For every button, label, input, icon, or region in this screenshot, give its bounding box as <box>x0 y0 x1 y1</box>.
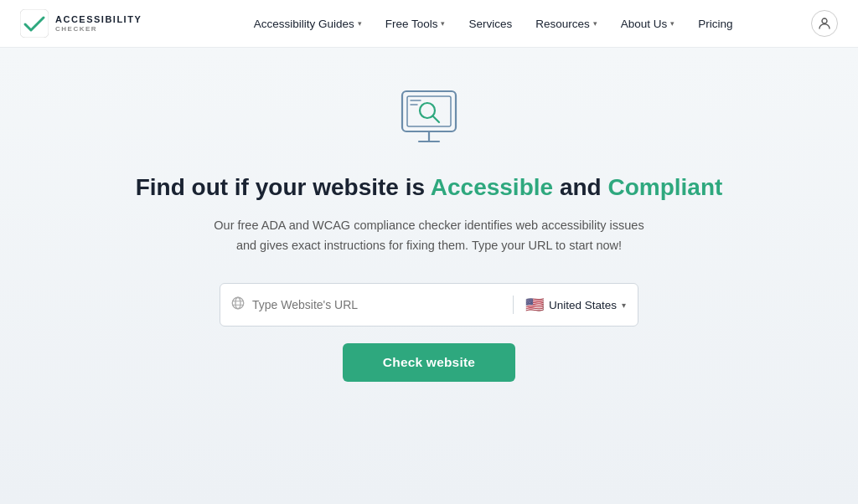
svg-rect-2 <box>402 91 456 131</box>
chevron-down-icon: ▾ <box>622 301 626 310</box>
url-input[interactable] <box>252 298 503 311</box>
chevron-down-icon: ▾ <box>441 19 445 28</box>
hero-subtext: Our free ADA and WCAG compliance checker… <box>214 216 644 256</box>
country-selector[interactable]: 🇺🇸 United States ▾ <box>514 296 638 314</box>
url-form: 🇺🇸 United States ▾ <box>220 283 638 327</box>
header: ACCESSIBILITY CHECKER Accessibility Guid… <box>0 0 858 48</box>
chevron-down-icon: ▾ <box>358 19 362 28</box>
logo-title: ACCESSIBILITY <box>55 14 142 24</box>
user-account-icon[interactable] <box>811 10 838 37</box>
check-website-button[interactable]: Check website <box>343 343 515 382</box>
logo[interactable]: ACCESSIBILITY CHECKER <box>20 9 142 38</box>
nav-item-services[interactable]: Services <box>458 13 522 35</box>
main-content: Find out if your website is Accessible a… <box>0 48 858 504</box>
svg-point-1 <box>822 18 827 23</box>
nav-item-resources[interactable]: Resources ▾ <box>525 13 607 35</box>
svg-point-10 <box>232 297 244 309</box>
nav-item-about-us[interactable]: About Us ▾ <box>611 13 685 35</box>
country-label: United States <box>549 299 617 311</box>
hero-illustration <box>395 88 463 154</box>
hero-heading: Find out if your website is Accessible a… <box>136 172 723 203</box>
svg-line-7 <box>433 116 440 123</box>
logo-icon <box>20 9 49 38</box>
nav-item-free-tools[interactable]: Free Tools ▾ <box>375 13 456 35</box>
main-nav: Accessibility Guides ▾ Free Tools ▾ Serv… <box>175 13 811 35</box>
svg-point-11 <box>235 297 240 309</box>
logo-text: ACCESSIBILITY CHECKER <box>55 14 142 32</box>
url-input-wrapper <box>220 296 514 314</box>
us-flag-icon: 🇺🇸 <box>525 296 544 314</box>
chevron-down-icon: ▾ <box>593 19 597 28</box>
globe-icon <box>230 296 246 314</box>
nav-item-accessibility-guides[interactable]: Accessibility Guides ▾ <box>244 13 372 35</box>
nav-item-pricing[interactable]: Pricing <box>688 13 742 35</box>
chevron-down-icon: ▾ <box>670 19 675 28</box>
logo-subtitle: CHECKER <box>55 25 142 33</box>
